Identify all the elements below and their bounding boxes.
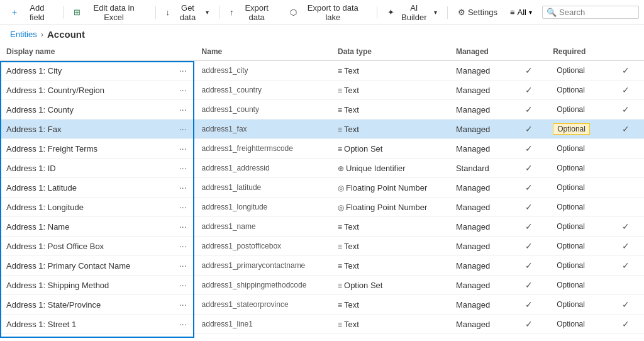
cell-logname: address1_longitude — [196, 198, 331, 217]
type-icon: ≡ — [338, 67, 342, 75]
cell-datatype: ⊕Unique Identifier — [331, 159, 450, 178]
main-content: Display name Name Data type Managed Requ… — [0, 43, 644, 338]
cell-required: Optional — [547, 256, 608, 276]
row-options-button[interactable]: ··· — [177, 123, 189, 135]
edit-excel-button[interactable]: ⊞ Edit data in Excel — [69, 1, 150, 25]
cell-logname: address1_postofficebox — [196, 237, 331, 256]
cell-check2: ✓ — [608, 120, 644, 139]
ai-icon: ✦ — [387, 8, 394, 17]
cell-actions[interactable]: ··· — [170, 276, 196, 295]
col-header-required: Required — [547, 43, 608, 60]
all-dropdown-button[interactable]: ≡ All ▾ — [505, 5, 537, 20]
table-row[interactable]: Address 1: Name ··· address1_name ≡Text … — [0, 217, 644, 237]
separator-4 — [377, 6, 377, 19]
row-options-button[interactable]: ··· — [177, 220, 189, 233]
table-row[interactable]: Address 1: Primary Contact Name ··· addr… — [0, 256, 644, 276]
cell-displayname: Address 1: Primary Contact Name — [0, 256, 170, 276]
col-header-displayname: Display name — [0, 43, 170, 60]
cell-actions[interactable]: ··· — [170, 256, 196, 276]
table-row[interactable]: Address 1: Street 1 ··· address1_line1 ≡… — [0, 315, 644, 334]
cell-actions[interactable]: ··· — [170, 159, 196, 178]
table-row[interactable]: Address 1: Country/Region ··· address1_c… — [0, 81, 644, 100]
cell-datatype: ◎Floating Point Number — [331, 198, 450, 217]
cell-check2 — [608, 276, 644, 295]
get-data-button[interactable]: ↓ Get data ▾ — [161, 1, 214, 25]
row-options-button[interactable]: ··· — [177, 64, 189, 77]
cell-check2: ✓ — [608, 256, 644, 276]
cell-datatype: ≡Text — [331, 120, 450, 139]
row-options-button[interactable]: ··· — [177, 298, 189, 311]
table-row[interactable]: Address 1: Street 2 ··· address1_line2 ≡… — [0, 334, 644, 338]
row-options-button[interactable]: ··· — [177, 142, 189, 155]
cell-actions[interactable]: ··· — [170, 315, 196, 334]
cell-actions[interactable]: ··· — [170, 120, 196, 139]
cell-actions[interactable]: ··· — [170, 237, 196, 256]
table-row[interactable]: Address 1: Fax ··· address1_fax ≡Text Ma… — [0, 120, 644, 139]
row-options-button[interactable]: ··· — [177, 201, 189, 213]
cell-actions[interactable]: ··· — [170, 334, 196, 338]
cell-check2: ✓ — [608, 60, 644, 81]
search-input[interactable] — [559, 8, 635, 17]
cell-required: Optional — [547, 60, 608, 81]
table-container[interactable]: Display name Name Data type Managed Requ… — [0, 43, 644, 338]
cell-actions[interactable]: ··· — [170, 217, 196, 237]
cell-datatype: ◎Floating Point Number — [331, 178, 450, 198]
cell-required: Optional — [547, 334, 608, 338]
table-row[interactable]: Address 1: Shipping Method ··· address1_… — [0, 276, 644, 295]
cell-logname: address1_latitude — [196, 178, 331, 198]
row-options-button[interactable]: ··· — [177, 103, 189, 116]
row-options-button[interactable]: ··· — [177, 279, 189, 291]
cell-actions[interactable]: ··· — [170, 60, 196, 81]
check-mark-1: ✓ — [525, 319, 533, 329]
table-row[interactable]: Address 1: Freight Terms ··· address1_fr… — [0, 139, 644, 159]
type-icon: ≡ — [338, 86, 342, 95]
row-options-button[interactable]: ··· — [177, 240, 189, 252]
separator-2 — [155, 6, 156, 19]
table-row[interactable]: Address 1: City ··· address1_city ≡Text … — [0, 60, 644, 81]
cell-managed: Managed — [450, 276, 511, 295]
settings-button[interactable]: ⚙ Settings — [453, 5, 502, 20]
cell-managed: Managed — [450, 81, 511, 100]
row-options-button[interactable]: ··· — [177, 162, 189, 174]
export-data-button[interactable]: ↑ Export data — [225, 1, 282, 25]
cell-check2: ✓ — [608, 315, 644, 334]
cell-check2 — [608, 178, 644, 198]
cell-displayname: Address 1: Country/Region — [0, 81, 170, 100]
cell-actions[interactable]: ··· — [170, 81, 196, 100]
row-options-button[interactable]: ··· — [177, 318, 189, 330]
table-row[interactable]: Address 1: Latitude ··· address1_latitud… — [0, 178, 644, 198]
row-options-button[interactable]: ··· — [177, 181, 189, 194]
col-header-managed: Managed — [450, 43, 511, 60]
breadcrumb-entities[interactable]: Entities — [10, 30, 37, 39]
cell-logname: address1_shippingmethodcode — [196, 276, 331, 295]
cell-actions[interactable]: ··· — [170, 139, 196, 159]
check-mark-2: ✓ — [622, 221, 630, 232]
cell-actions[interactable]: ··· — [170, 295, 196, 315]
check-mark-1: ✓ — [525, 241, 533, 251]
get-data-icon: ↓ — [166, 8, 170, 17]
cell-actions[interactable]: ··· — [170, 198, 196, 217]
export-lake-button[interactable]: ⬡ Export to data lake — [285, 1, 372, 25]
row-options-button[interactable]: ··· — [177, 84, 189, 96]
cell-check1: ✓ — [511, 217, 547, 237]
check-mark-1: ✓ — [525, 104, 533, 115]
check-mark-2: ✓ — [622, 124, 630, 134]
row-options-button[interactable]: ··· — [177, 259, 189, 272]
cell-actions[interactable]: ··· — [170, 100, 196, 120]
ai-builder-button[interactable]: ✦ AI Builder ▾ — [382, 1, 442, 25]
breadcrumb-current: Account — [47, 29, 85, 40]
cell-displayname: Address 1: City — [0, 60, 170, 81]
table-row[interactable]: Address 1: County ··· address1_county ≡T… — [0, 100, 644, 120]
table-row[interactable]: Address 1: State/Province ··· address1_s… — [0, 295, 644, 315]
table-row[interactable]: Address 1: Post Office Box ··· address1_… — [0, 237, 644, 256]
breadcrumb: Entities › Account — [0, 25, 644, 43]
lake-icon: ⬡ — [290, 8, 297, 17]
cell-check1: ✓ — [511, 334, 547, 338]
add-field-button[interactable]: ＋ Add field — [5, 1, 58, 25]
excel-icon: ⊞ — [74, 8, 80, 17]
table-row[interactable]: Address 1: ID ··· address1_addressid ⊕Un… — [0, 159, 644, 178]
row-options-button[interactable]: ··· — [177, 337, 189, 338]
table-row[interactable]: Address 1: Longitude ··· address1_longit… — [0, 198, 644, 217]
cell-datatype: ≡Text — [331, 217, 450, 237]
cell-actions[interactable]: ··· — [170, 178, 196, 198]
